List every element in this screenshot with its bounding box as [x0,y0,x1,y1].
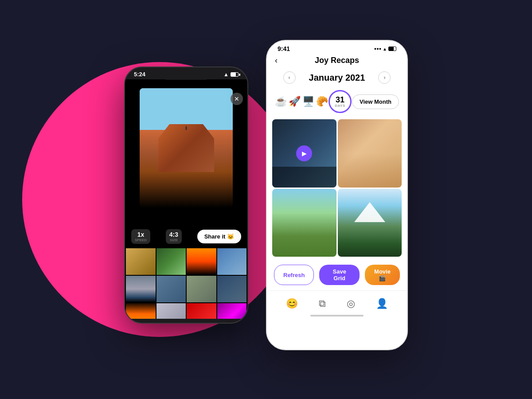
left-phone-content: ✕ 1x SPEED 4:3 SIZE [125,79,247,319]
nav-emoji-icon[interactable]: 😊 [286,298,298,309]
phone-left: 5:24 ▲ ✕ [124,66,248,324]
speed-sublabel: SPEED [135,238,147,242]
movie-label: Movie 🎬 [374,268,391,282]
grid-cell-night [217,303,247,319]
photo-cell-field[interactable] [272,189,336,257]
nav-profile-icon[interactable]: 👤 [376,298,388,309]
wifi-icon: ▲ [223,71,229,78]
nav-grid-icon[interactable]: ⧉ [319,298,326,309]
right-time: 9:41 [278,45,290,52]
share-button[interactable]: Share it 🐱 [197,230,241,243]
emoji-computer: 🖥️ [302,96,314,107]
play-button[interactable]: ▶ [296,145,312,161]
left-phone-notch [160,67,213,80]
emoji-group: ☕ 🚀 🖥️ 🥐 [275,96,328,107]
left-status-icons: ▲ [223,71,239,78]
back-button[interactable]: ‹ [275,56,278,65]
photo-grid-right: ▶ [272,119,402,257]
grid-cell-tree [156,248,186,275]
left-time: 5:24 [134,71,145,78]
right-phone-notch [308,41,366,54]
close-button[interactable]: ✕ [231,93,243,105]
prev-arrow-icon: ‹ [289,74,290,81]
phone-right: 9:41 ●●● ▲ ‹ Joy Recaps ‹ January 2021 › [266,40,408,350]
photo-cell-mountain[interactable] [338,189,402,257]
movie-button[interactable]: Movie 🎬 [365,265,400,285]
photo-grid-left [125,247,247,319]
signal-icon: ●●● [374,47,381,51]
grid-cell-rooftop [187,276,216,302]
view-month-label: View Month [360,98,391,105]
right-header: ‹ Joy Recaps [267,54,407,69]
view-month-button[interactable]: View Month [352,94,399,109]
save-grid-label: Save Grid [333,268,346,282]
emoji-croissant: 🥐 [316,96,328,107]
canyon-person [186,126,187,130]
emoji-coffee: ☕ [275,96,287,107]
video-thumbnail[interactable] [140,88,233,208]
page-title: Joy Recaps [315,56,359,65]
recap-info-row: ☕ 🚀 🖥️ 🥐 31 DAYS View Month [267,86,407,117]
days-number: 31 [336,96,344,104]
grid-cell-city2 [156,276,186,302]
days-label: DAYS [335,104,345,108]
nav-spiral-icon[interactable]: ◎ [347,298,355,309]
grid-cell-food [126,248,156,275]
refresh-label: Refresh [283,272,305,278]
size-label: 4:3 [169,231,178,238]
bottom-navigation: 😊 ⧉ ◎ 👤 [267,290,407,313]
home-indicator [310,315,364,317]
save-grid-button[interactable]: Save Grid [319,265,360,285]
grid-cell-gift [156,303,186,319]
phones-container: 5:24 ▲ ✕ [124,40,408,350]
battery-icon [231,72,239,77]
next-arrow-icon: › [383,74,385,81]
grid-cell-citynight [217,276,247,302]
action-buttons: Refresh Save Grid Movie 🎬 [267,259,407,290]
speed-label: 1x [135,231,147,238]
canyon-photo [140,88,233,208]
mountain-peak-icon [354,202,385,222]
refresh-button[interactable]: Refresh [274,265,314,285]
emoji-rocket: 🚀 [289,96,301,107]
controls-row: 1x SPEED 4:3 SIZE Share it 🐱 [125,226,247,247]
grid-cell-sunset [126,303,156,319]
photo-cell-driving[interactable]: ▶ [272,119,336,188]
grid-cell-city1 [217,248,247,275]
share-label: Share it 🐱 [204,233,234,240]
photo-cell-friends[interactable] [338,119,402,188]
speed-button[interactable]: 1x SPEED [131,229,150,244]
prev-month-button[interactable]: ‹ [283,71,296,84]
month-title: January 2021 [309,73,365,83]
right-status-icons: ●●● ▲ [374,47,396,51]
grid-cell-sky [187,248,216,275]
month-navigation: ‹ January 2021 › [267,69,407,86]
next-month-button[interactable]: › [378,71,391,84]
size-sublabel: SIZE [169,238,178,242]
wifi-icon-right: ▲ [383,47,387,51]
grid-cell-bridge [126,276,156,302]
grid-cell-concert [187,303,216,319]
days-circle: 31 DAYS [329,90,352,113]
battery-icon-right [388,47,396,51]
video-area: ✕ [125,88,247,226]
size-button[interactable]: 4:3 SIZE [166,229,182,244]
